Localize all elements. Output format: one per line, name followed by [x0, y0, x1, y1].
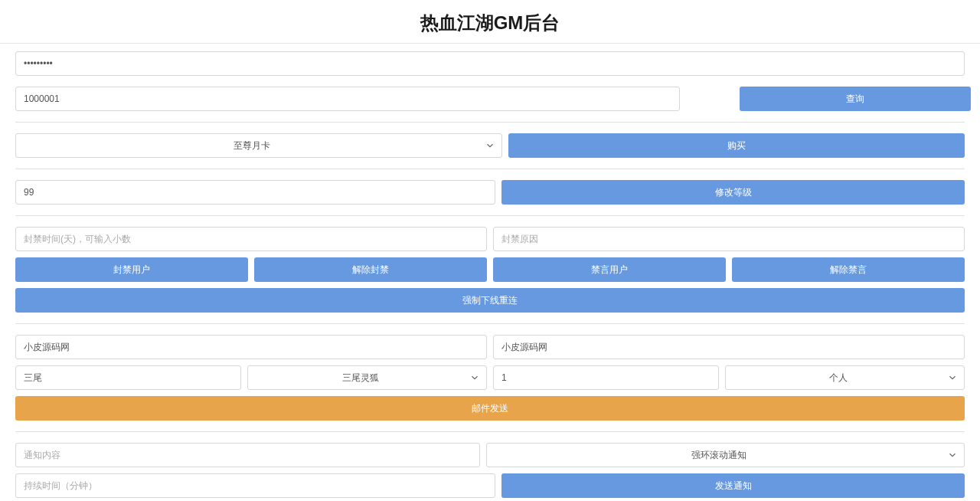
mail-item-text-input[interactable] — [15, 365, 241, 390]
section-password — [15, 48, 965, 87]
ban-reason-input[interactable] — [493, 227, 965, 251]
buy-button[interactable]: 购买 — [508, 133, 965, 158]
page-title: 热血江湖GM后台 — [0, 0, 980, 43]
user-id-input[interactable] — [15, 87, 680, 111]
mute-user-button[interactable]: 禁言用户 — [493, 257, 726, 282]
ban-time-input[interactable] — [15, 227, 487, 251]
mail-item-select[interactable]: 三尾灵狐 — [247, 365, 487, 390]
modify-level-button[interactable]: 修改等级 — [501, 180, 965, 205]
password-input[interactable] — [15, 51, 965, 76]
unmute-button[interactable]: 解除禁言 — [732, 257, 965, 282]
level-input[interactable] — [15, 180, 495, 205]
notify-send-button[interactable]: 发送通知 — [501, 473, 965, 498]
section-level: 修改等级 — [15, 169, 965, 215]
mail-count-input[interactable] — [493, 365, 719, 390]
notify-type-select[interactable]: 强环滚动通知 — [486, 443, 965, 467]
mail-scope-select[interactable]: 个人 — [725, 365, 965, 390]
section-query: 查询 — [15, 87, 965, 122]
force-offline-button[interactable]: 强制下线重连 — [15, 288, 965, 313]
mail-from-input[interactable] — [15, 335, 487, 359]
section-card: 至尊月卡 购买 — [15, 122, 965, 169]
unban-button[interactable]: 解除封禁 — [254, 257, 487, 282]
section-notify: 强环滚动通知 发送通知 删除通知 — [15, 431, 965, 501]
notify-content-input[interactable] — [15, 443, 480, 467]
query-button[interactable]: 查询 — [740, 87, 971, 111]
ban-user-button[interactable]: 封禁用户 — [15, 257, 248, 282]
section-ban: 封禁用户 解除封禁 禁言用户 解除禁言 强制下线重连 — [15, 215, 965, 323]
mail-to-input[interactable] — [493, 335, 965, 359]
section-mail: 三尾灵狐 个人 邮件发送 — [15, 323, 965, 431]
card-select[interactable]: 至尊月卡 — [15, 133, 502, 158]
notify-duration-input[interactable] — [15, 473, 495, 498]
mail-send-button[interactable]: 邮件发送 — [15, 396, 965, 421]
